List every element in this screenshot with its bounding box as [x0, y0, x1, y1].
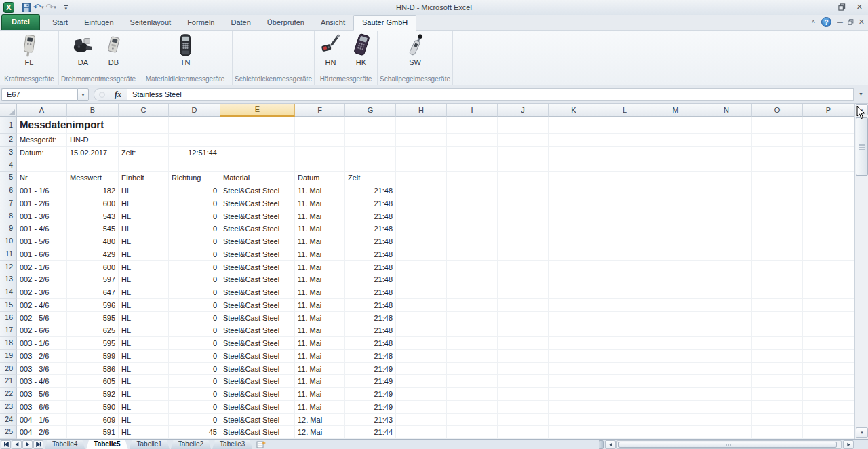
- cell-N2[interactable]: [701, 134, 752, 147]
- cell-F7[interactable]: 11. Mai: [295, 197, 345, 210]
- cell-B20[interactable]: 586: [67, 363, 119, 376]
- column-header-n[interactable]: N: [701, 104, 752, 117]
- tn-device-button[interactable]: TN: [171, 33, 199, 66]
- cell-F24[interactable]: 12. Mai: [295, 414, 345, 427]
- cell-I8[interactable]: [447, 210, 498, 223]
- cell-O19[interactable]: [752, 350, 803, 363]
- cell-A7[interactable]: 001 - 2/6: [17, 197, 67, 210]
- cell-D14[interactable]: 0: [169, 286, 220, 299]
- ribbon-tab-daten[interactable]: Daten: [222, 16, 258, 30]
- cell-P14[interactable]: [803, 286, 854, 299]
- cell-G20[interactable]: 21:49: [345, 363, 396, 376]
- cell-J5[interactable]: [498, 172, 549, 184]
- ribbon-tab-formeln[interactable]: Formeln: [179, 16, 222, 30]
- cell-G7[interactable]: 21:48: [345, 197, 396, 210]
- cell-G23[interactable]: 21:49: [345, 401, 396, 414]
- cell-E24[interactable]: Steel&Cast Steel: [220, 414, 295, 427]
- ribbon-tab-einf-gen[interactable]: Einfügen: [76, 16, 121, 30]
- cell-G6[interactable]: 21:48: [345, 184, 396, 197]
- cell-O14[interactable]: [752, 286, 803, 299]
- cell-D19[interactable]: 0: [169, 350, 220, 363]
- insert-function-icon[interactable]: fx: [115, 90, 121, 100]
- cell-L19[interactable]: [599, 350, 650, 363]
- cell-H21[interactable]: [396, 375, 447, 388]
- cell-J15[interactable]: [498, 299, 549, 312]
- cell-P13[interactable]: [803, 273, 854, 286]
- cell-K4[interactable]: [549, 159, 599, 172]
- cell-M13[interactable]: [650, 273, 701, 286]
- cell-B19[interactable]: 599: [67, 350, 119, 363]
- cell-C8[interactable]: HL: [119, 210, 169, 223]
- cell-F16[interactable]: 11. Mai: [295, 312, 345, 325]
- cell-M10[interactable]: [650, 235, 701, 248]
- cell-B24[interactable]: 609: [67, 414, 119, 427]
- cell-L20[interactable]: [599, 363, 650, 376]
- cell-D15[interactable]: 0: [169, 299, 220, 312]
- row-header-22[interactable]: 22: [0, 388, 17, 401]
- cell-M4[interactable]: [650, 159, 701, 172]
- cell-M15[interactable]: [650, 299, 701, 312]
- cell-E11[interactable]: Steel&Cast Steel: [220, 248, 295, 261]
- cell-G15[interactable]: 21:48: [345, 299, 396, 312]
- cell-H13[interactable]: [396, 273, 447, 286]
- cell-I6[interactable]: [447, 184, 498, 197]
- row-header-17[interactable]: 17: [0, 324, 17, 337]
- cell-B2[interactable]: HN-D: [67, 134, 119, 147]
- cell-G16[interactable]: 21:48: [345, 312, 396, 325]
- cell-L23[interactable]: [599, 401, 650, 414]
- cell-I18[interactable]: [447, 337, 498, 350]
- cell-G24[interactable]: 21:43: [345, 414, 396, 427]
- cell-J22[interactable]: [498, 388, 549, 401]
- cell-O15[interactable]: [752, 299, 803, 312]
- cell-L13[interactable]: [599, 273, 650, 286]
- cell-C1[interactable]: [119, 117, 169, 134]
- cell-H2[interactable]: [396, 134, 447, 147]
- cell-L15[interactable]: [599, 299, 650, 312]
- name-box[interactable]: E67: [1, 88, 77, 101]
- cell-J21[interactable]: [498, 375, 549, 388]
- cell-K21[interactable]: [549, 375, 599, 388]
- cell-M22[interactable]: [650, 388, 701, 401]
- cell-M21[interactable]: [650, 375, 701, 388]
- cell-H1[interactable]: [396, 117, 447, 134]
- row-header-21[interactable]: 21: [0, 375, 17, 388]
- cell-I2[interactable]: [447, 134, 498, 147]
- cell-M9[interactable]: [650, 222, 701, 235]
- cell-M1[interactable]: [650, 117, 701, 134]
- cell-C24[interactable]: HL: [119, 414, 169, 427]
- cell-J8[interactable]: [498, 210, 549, 223]
- hn-device-button[interactable]: HN: [317, 33, 345, 66]
- cell-I19[interactable]: [447, 350, 498, 363]
- cell-K16[interactable]: [549, 312, 599, 325]
- cell-M8[interactable]: [650, 210, 701, 223]
- cell-L10[interactable]: [599, 235, 650, 248]
- cell-G14[interactable]: 21:48: [345, 286, 396, 299]
- scroll-down-button[interactable]: ▼: [856, 427, 868, 438]
- cell-O21[interactable]: [752, 375, 803, 388]
- cell-J14[interactable]: [498, 286, 549, 299]
- workbook-close-button[interactable]: ✕: [859, 18, 865, 26]
- cell-C9[interactable]: HL: [119, 222, 169, 235]
- cell-K8[interactable]: [549, 210, 599, 223]
- cell-B5[interactable]: Messwert: [67, 172, 119, 184]
- cell-E16[interactable]: Steel&Cast Steel: [220, 312, 295, 325]
- cell-F10[interactable]: 11. Mai: [295, 235, 345, 248]
- cell-J20[interactable]: [498, 363, 549, 376]
- cell-B14[interactable]: 647: [67, 286, 119, 299]
- cell-B7[interactable]: 600: [67, 197, 119, 210]
- cell-J25[interactable]: [498, 426, 549, 439]
- row-header-24[interactable]: 24: [0, 414, 17, 427]
- cell-H19[interactable]: [396, 350, 447, 363]
- cell-L2[interactable]: [599, 134, 650, 147]
- cell-N14[interactable]: [701, 286, 752, 299]
- cell-E25[interactable]: Steel&Cast Steel: [220, 426, 295, 439]
- cell-D2[interactable]: [169, 134, 220, 147]
- cell-K2[interactable]: [549, 134, 599, 147]
- row-header-12[interactable]: 12: [0, 261, 17, 274]
- cell-I17[interactable]: [447, 324, 498, 337]
- cell-F12[interactable]: 11. Mai: [295, 261, 345, 274]
- cell-A8[interactable]: 001 - 3/6: [17, 210, 67, 223]
- cell-H17[interactable]: [396, 324, 447, 337]
- row-header-10[interactable]: 10: [0, 235, 17, 248]
- row-header-11[interactable]: 11: [0, 248, 17, 261]
